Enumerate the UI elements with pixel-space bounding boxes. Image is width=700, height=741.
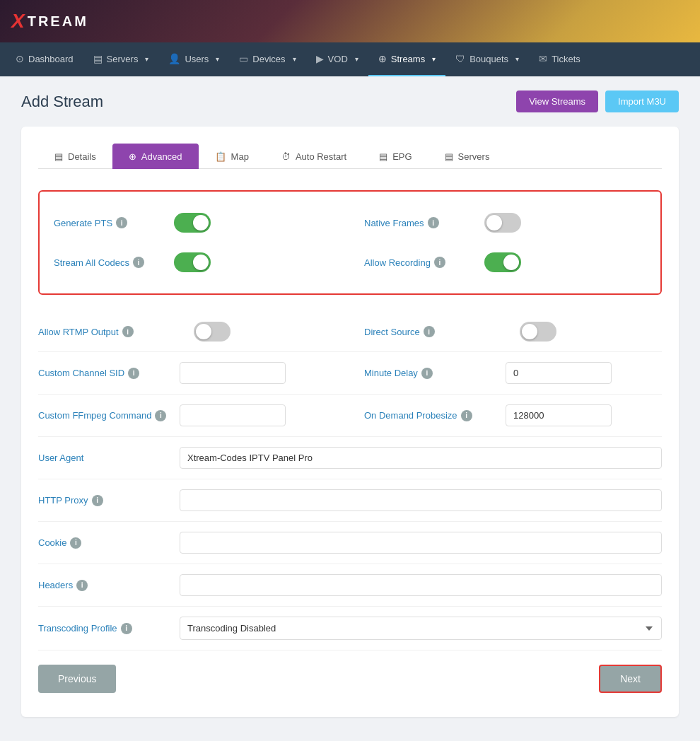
- nav-label-servers: Servers: [107, 54, 139, 64]
- nav-item-servers[interactable]: ▤ Servers ▾: [83, 42, 159, 76]
- nav-label-streams: Streams: [391, 54, 425, 64]
- stream-all-codecs-label: Stream All Codecs i: [54, 257, 160, 268]
- headers-info-icon[interactable]: i: [76, 580, 88, 591]
- toggle-row-1: Stream All Codecs i Allow Recording i: [54, 245, 646, 279]
- nav-item-tickets[interactable]: ✉ Tickets: [529, 42, 590, 76]
- minute-delay-input[interactable]: [506, 362, 612, 384]
- tab-servers[interactable]: ▤ Servers: [428, 144, 506, 169]
- direct-source-info-icon[interactable]: i: [424, 326, 435, 337]
- ffmpeg-probesize-row: Custom FFmpeg Command i On Demand Probes…: [38, 395, 662, 437]
- servers-tab-label: Servers: [458, 151, 490, 162]
- view-streams-button[interactable]: View Streams: [516, 91, 598, 112]
- details-tab-icon: ▤: [54, 151, 63, 162]
- generate-pts-label: Generate PTS i: [54, 217, 160, 228]
- transcoding-profile-info-icon[interactable]: i: [121, 623, 132, 634]
- servers-tab-icon: ▤: [445, 151, 453, 162]
- allow-rtmp-info-icon[interactable]: i: [122, 326, 134, 337]
- allow-rtmp-group: Allow RTMP Output i: [38, 322, 336, 342]
- generate-pts-toggle[interactable]: [174, 213, 211, 233]
- cookie-label: Cookie i: [38, 537, 180, 549]
- tab-advanced[interactable]: ⊕ Advanced: [112, 144, 199, 169]
- users-dropdown-icon: ▾: [216, 55, 219, 63]
- nav-item-bouquets[interactable]: 🛡 Bouquets ▾: [445, 42, 529, 76]
- nav-label-dashboard: Dashboard: [28, 54, 74, 64]
- cookie-info-icon[interactable]: i: [70, 537, 81, 549]
- page-content: Add Stream View Streams Import M3U ▤ Det…: [0, 76, 700, 731]
- on-demand-probesize-input[interactable]: [506, 404, 612, 426]
- http-proxy-info-icon[interactable]: i: [92, 495, 103, 506]
- custom-ffmpeg-info-icon[interactable]: i: [155, 410, 166, 421]
- nav-item-streams[interactable]: ⊕ Streams ▾: [368, 42, 445, 76]
- nav-label-tickets: Tickets: [552, 54, 581, 64]
- generate-pts-info-icon[interactable]: i: [116, 217, 127, 228]
- headers-input[interactable]: [180, 574, 662, 596]
- user-agent-label: User Agent: [38, 453, 180, 463]
- nav-label-users: Users: [185, 54, 209, 64]
- servers-icon: ▤: [93, 53, 103, 64]
- top-banner: X TREAM: [0, 0, 700, 42]
- allow-recording-group: Allow Recording i: [336, 252, 646, 272]
- allow-recording-toggle[interactable]: [484, 252, 521, 272]
- direct-source-toggle[interactable]: [520, 322, 556, 342]
- native-frames-label: Native Frames i: [364, 217, 470, 228]
- nav-item-dashboard[interactable]: ⊙ Dashboard: [6, 42, 83, 76]
- native-frames-toggle[interactable]: [484, 213, 521, 233]
- custom-ffmpeg-label: Custom FFmpeg Command i: [38, 410, 180, 421]
- minute-delay-label: Minute Delay i: [364, 368, 506, 379]
- user-agent-row: User Agent: [38, 437, 662, 479]
- nav-item-vod[interactable]: ▶ VOD ▾: [306, 42, 368, 76]
- cookie-row: Cookie i: [38, 522, 662, 564]
- direct-source-label: Direct Source i: [364, 326, 506, 337]
- nav-item-users[interactable]: 👤 Users ▾: [158, 42, 229, 76]
- on-demand-probesize-info-icon[interactable]: i: [461, 410, 472, 421]
- transcoding-profile-label: Transcoding Profile i: [38, 623, 180, 634]
- on-demand-probesize-group: On Demand Probesize i: [336, 404, 662, 426]
- map-tab-label: Map: [231, 151, 249, 162]
- dashboard-icon: ⊙: [16, 53, 24, 64]
- custom-channel-sid-label: Custom Channel SID i: [38, 368, 180, 379]
- tab-map[interactable]: 📋 Map: [199, 144, 265, 169]
- generate-pts-group: Generate PTS i: [54, 213, 336, 233]
- rtmp-direct-row: Allow RTMP Output i Direct Source i: [38, 312, 662, 352]
- allow-rtmp-toggle[interactable]: [194, 322, 231, 342]
- bouquets-icon: 🛡: [455, 53, 465, 64]
- allow-recording-info-icon[interactable]: i: [434, 257, 445, 268]
- nav-item-devices[interactable]: ▭ Devices ▾: [229, 42, 305, 76]
- user-agent-input[interactable]: [180, 447, 662, 469]
- advanced-tab-icon: ⊕: [129, 151, 136, 162]
- stream-all-codecs-info-icon[interactable]: i: [133, 257, 144, 268]
- cookie-input[interactable]: [180, 532, 662, 554]
- epg-tab-label: EPG: [392, 151, 412, 162]
- servers-dropdown-icon: ▾: [145, 55, 148, 63]
- devices-icon: ▭: [239, 53, 248, 64]
- headers-label: Headers i: [38, 580, 180, 591]
- native-frames-info-icon[interactable]: i: [428, 217, 439, 228]
- stream-all-codecs-group: Stream All Codecs i: [54, 252, 336, 272]
- auto-restart-tab-label: Auto Restart: [296, 151, 346, 162]
- tickets-icon: ✉: [539, 53, 547, 64]
- highlighted-section: Generate PTS i Native Frames i: [38, 190, 662, 295]
- stream-all-codecs-toggle[interactable]: [174, 252, 211, 272]
- next-button[interactable]: Next: [599, 665, 662, 693]
- tabs: ▤ Details ⊕ Advanced 📋 Map ⏱ Auto Restar…: [38, 144, 662, 169]
- bouquets-dropdown-icon: ▾: [515, 55, 519, 63]
- http-proxy-input[interactable]: [180, 489, 662, 511]
- advanced-tab-label: Advanced: [141, 151, 182, 162]
- header-buttons: View Streams Import M3U: [516, 91, 679, 112]
- custom-channel-sid-input[interactable]: [180, 362, 286, 384]
- tab-auto-restart[interactable]: ⏱ Auto Restart: [265, 144, 363, 169]
- details-tab-label: Details: [68, 151, 96, 162]
- transcoding-profile-select[interactable]: Transcoding Disabled Profile 1 Profile 2: [180, 617, 662, 640]
- custom-ffmpeg-group: Custom FFmpeg Command i: [38, 404, 336, 426]
- tab-details[interactable]: ▤ Details: [38, 144, 112, 169]
- devices-dropdown-icon: ▾: [293, 55, 296, 63]
- minute-delay-info-icon[interactable]: i: [421, 368, 433, 379]
- custom-ffmpeg-input[interactable]: [180, 404, 286, 426]
- main-card: ▤ Details ⊕ Advanced 📋 Map ⏱ Auto Restar…: [21, 127, 679, 717]
- nav-label-bouquets: Bouquets: [469, 54, 508, 64]
- custom-channel-sid-info-icon[interactable]: i: [128, 368, 139, 379]
- vod-icon: ▶: [316, 53, 324, 64]
- import-m3u-button[interactable]: Import M3U: [605, 91, 679, 112]
- previous-button[interactable]: Previous: [38, 665, 116, 693]
- tab-epg[interactable]: ▤ EPG: [363, 144, 428, 169]
